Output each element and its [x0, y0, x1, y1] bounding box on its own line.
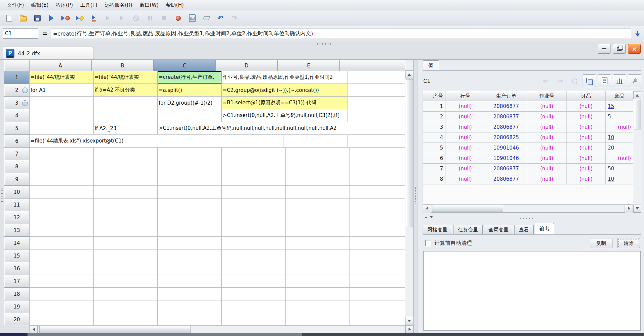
row-header-11[interactable]: 11	[4, 199, 30, 211]
grid-cell-A1[interactable]: =file("44/统计表实	[30, 71, 94, 84]
value-cell-r7c5[interactable]: 50	[606, 164, 633, 174]
grid-horizontal-scrollbar[interactable]	[4, 325, 414, 333]
row-header-4[interactable]: 4	[4, 109, 30, 122]
grid-cell-A10[interactable]	[30, 186, 94, 199]
collapse-up-icon[interactable]	[425, 216, 427, 218]
menu-window[interactable]: 窗口(W)	[136, 1, 162, 9]
grid-cell-D14[interactable]	[222, 237, 286, 249]
grid-cell-C2[interactable]: =a.split()	[158, 84, 222, 97]
pin-button[interactable]	[628, 74, 641, 87]
value-cell-r5c5[interactable]: 20	[606, 143, 633, 153]
column-header-A[interactable]: A	[30, 60, 92, 71]
row-header-2[interactable]: 2−	[4, 84, 30, 97]
grid-cell-E17[interactable]	[286, 275, 350, 288]
grid-cell-A19[interactable]	[30, 300, 94, 313]
row-header-17[interactable]: 17	[4, 275, 30, 288]
grid-cell-D9[interactable]	[222, 173, 286, 186]
scroll-left-button[interactable]	[423, 204, 431, 212]
grid-cell-E14[interactable]	[286, 237, 350, 249]
value-vscroll-thumb[interactable]	[634, 100, 641, 129]
row-header-15[interactable]: 15	[4, 249, 30, 262]
grid-cell-A15[interactable]	[30, 249, 94, 262]
grid-cell-C13[interactable]	[158, 224, 222, 237]
menu-help[interactable]: 帮助(H)	[162, 1, 187, 9]
grid-cell-E8[interactable]	[286, 160, 350, 173]
grid-cell-E9[interactable]	[286, 173, 350, 186]
run-current-cell-icon[interactable]	[72, 12, 87, 24]
row-header-13[interactable]: 13	[4, 224, 30, 237]
grid-cell-D16[interactable]	[222, 262, 286, 275]
menu-edit[interactable]: 编辑(E)	[28, 1, 52, 9]
scroll-down-button[interactable]	[633, 205, 641, 213]
grid-cell-E20[interactable]	[286, 313, 350, 325]
row-header-8[interactable]: 8	[4, 160, 30, 173]
row-header-1[interactable]: 1	[4, 71, 30, 84]
row-header-19[interactable]: 19	[4, 300, 30, 313]
grid-cell-B12[interactable]	[94, 211, 158, 224]
tab-44-2-dfx[interactable]: P 44-2.dfx	[3, 47, 93, 59]
grid-cell-B20[interactable]	[94, 313, 158, 325]
open-file-icon[interactable]	[16, 12, 30, 24]
menu-remote-service[interactable]: 远程服务(R)	[101, 1, 136, 9]
grid-cell-C10[interactable]	[158, 186, 222, 199]
horizontal-splitter-handle[interactable]	[316, 43, 331, 45]
grid-cell-B3[interactable]	[94, 97, 158, 109]
grid-cell-B16[interactable]	[94, 262, 158, 275]
grid-cell-E6[interactable]	[283, 135, 347, 148]
grid-cell-A18[interactable]	[30, 288, 94, 300]
value-cell-r2c5[interactable]: 5	[606, 112, 633, 122]
grid-cell-A2[interactable]: for A1	[30, 84, 94, 97]
grid-cell-A8[interactable]	[30, 160, 94, 173]
formula-input[interactable]: =create(行号,生产订单,作业号,良品,废品,废品原因,作业类型1,作业时…	[51, 28, 631, 39]
scroll-right-button[interactable]	[625, 204, 633, 212]
grid-cell-B8[interactable]	[94, 160, 158, 173]
grid-cell-B2[interactable]: if a=A2.不良分类	[94, 84, 158, 97]
grid-cell-D15[interactable]	[222, 249, 286, 262]
grid-cell-A14[interactable]	[30, 237, 94, 249]
grid-cell-C5[interactable]: >C1.insert(0,null,A2.工单号码,null,null,null…	[158, 122, 345, 135]
grid-corner-cell[interactable]	[4, 60, 30, 71]
scroll-up-button[interactable]	[633, 91, 641, 99]
grid-cell-C6[interactable]	[155, 135, 219, 148]
row-header-10[interactable]: 10	[4, 186, 30, 199]
grid-cell-D8[interactable]	[222, 160, 286, 173]
collapse-row-button[interactable]: −	[22, 88, 28, 93]
grid-cell-D19[interactable]	[222, 300, 286, 313]
grid-cell-B14[interactable]	[94, 237, 158, 249]
grid-cell-C4[interactable]	[158, 109, 222, 122]
grid-cell-A11[interactable]	[30, 199, 94, 211]
grid-cell-A20[interactable]	[30, 313, 94, 325]
copy-button[interactable]: 复制	[590, 238, 612, 248]
left-edge-splitter[interactable]	[0, 60, 4, 333]
grid-cell-E10[interactable]	[286, 186, 350, 199]
grid-cell-C19[interactable]	[158, 300, 222, 313]
row-header-20[interactable]: 20	[4, 313, 30, 325]
clear-cell-icon[interactable]	[199, 12, 213, 24]
grid-cell-B11[interactable]	[94, 199, 158, 211]
grid-cell-E7[interactable]	[286, 148, 350, 160]
value-vertical-scrollbar[interactable]	[633, 91, 641, 204]
grid-cell-C14[interactable]	[158, 237, 222, 249]
grid-hscroll-thumb[interactable]	[39, 326, 191, 333]
value-col-header-1[interactable]: 行号	[445, 91, 485, 101]
grid-cell-C9[interactable]	[158, 173, 222, 186]
tab-value[interactable]: 值	[423, 60, 439, 70]
grid-cell-A16[interactable]	[30, 262, 94, 275]
grid-vertical-scrollbar[interactable]	[405, 60, 414, 325]
grid-cell-C8[interactable]	[158, 160, 222, 173]
scroll-right-button[interactable]	[406, 325, 414, 333]
tab-output[interactable]: 输出	[535, 223, 554, 234]
tab-grid-variables[interactable]: 网格变量	[423, 225, 452, 234]
row-header-6[interactable]: 6	[4, 135, 30, 148]
grid-cell-B9[interactable]	[94, 173, 158, 186]
grid-cell-D11[interactable]	[222, 199, 286, 211]
grid-cell-E12[interactable]	[286, 211, 350, 224]
auto-clear-checkbox[interactable]	[425, 240, 431, 246]
grid-cell-D10[interactable]	[222, 186, 286, 199]
tab-global-variables[interactable]: 全局变量	[484, 225, 513, 234]
grid-cell-A9[interactable]	[30, 173, 94, 186]
calculate-area-icon[interactable]	[185, 12, 199, 24]
save-icon[interactable]	[30, 12, 44, 24]
collapse-row-button[interactable]: −	[22, 100, 28, 106]
draw-chart-button[interactable]	[613, 74, 626, 87]
